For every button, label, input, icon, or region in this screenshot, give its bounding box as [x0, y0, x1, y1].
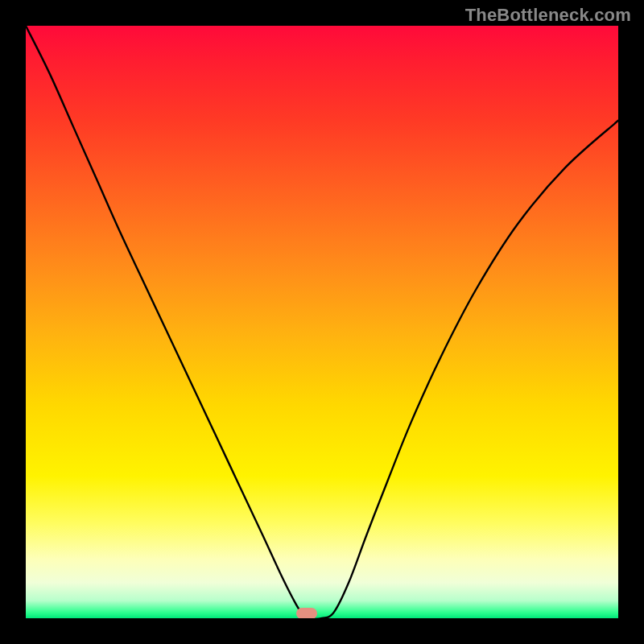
plot-area [26, 26, 618, 618]
chart-frame: TheBottleneck.com [0, 0, 644, 644]
watermark-text: TheBottleneck.com [465, 5, 631, 26]
bottleneck-curve [26, 26, 618, 618]
optimal-marker [296, 608, 317, 618]
